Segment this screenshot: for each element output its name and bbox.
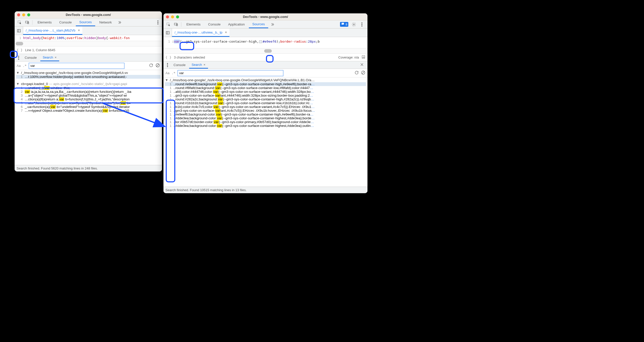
show-navigator-icon[interactable] [163, 28, 172, 37]
tab-elements[interactable]: Elements [183, 20, 204, 28]
result-row[interactable]: 7…==typeof Object.create?Object.create:f… [16, 109, 160, 112]
tab-console[interactable]: Console [56, 18, 75, 26]
match-case-toggle[interactable]: Aa [165, 71, 170, 75]
code-editor[interactable]: 1 :var(--gm3-sys-color-surface-container… [163, 37, 367, 48]
code-editor[interactable]: 1 html,body{height:100%;overflow:hidden}… [15, 35, 162, 41]
horizontal-scrollbar[interactable] [15, 41, 162, 46]
horizontal-scrollbar[interactable] [163, 48, 367, 54]
kebab-menu-icon[interactable] [155, 19, 160, 26]
file-tab[interactable]: /_/mss/boq-one-…uthview,_b,_tp × [172, 28, 229, 37]
drawer-tab-console[interactable]: Console [22, 54, 39, 61]
tab-console[interactable]: Console [205, 20, 224, 28]
minimize-window-button[interactable] [22, 13, 25, 16]
window-title: DevTools - www.google.com/ [163, 15, 367, 19]
titlebar[interactable]: DevTools - www.google.com/ [163, 13, 367, 20]
drawer-tab-console[interactable]: Console [171, 61, 188, 69]
coverage-icon[interactable] [361, 55, 365, 60]
file-tabbar: /_/mss/boq-one-…t,_stam,jMb2Vb × [15, 26, 162, 35]
result-row[interactable]: 1..round:#282a2c;background:var(--gm3-sy… [165, 97, 366, 101]
result-row[interactable]: 1..b1b);color:#c4c7c5;color:var(--gm3-sy… [165, 105, 366, 109]
line-number: 1 [163, 37, 172, 48]
drawer-menu-icon[interactable] [165, 62, 170, 69]
result-file-header[interactable]: ▼ /_/mss/boq-one-google/_/ss/k=boq-one-g… [165, 78, 366, 82]
kebab-menu-icon[interactable] [359, 21, 364, 28]
zoom-window-button[interactable] [27, 13, 30, 16]
drawer-tab-search[interactable]: Search × [189, 61, 208, 69]
refresh-search-icon[interactable] [354, 70, 359, 76]
result-file-header[interactable]: ▼ /_/mss/boq-one-google/_/ss/k=boq-one-g… [16, 71, 160, 75]
pretty-print-icon[interactable]: { } [17, 48, 22, 52]
regex-toggle[interactable]: .* [23, 64, 27, 68]
inspect-element-icon[interactable] [165, 21, 172, 28]
close-window-button[interactable] [166, 15, 169, 18]
result-row[interactable]: 1..round:#e9eef6;background:var(--gm3-sy… [165, 82, 366, 86]
file-tabbar: /_/mss/boq-one-…uthview,_b,_tp × [163, 28, 367, 37]
disclosure-triangle-icon[interactable]: ▼ [16, 71, 19, 75]
close-tab-icon[interactable]: × [78, 28, 80, 32]
tab-elements[interactable]: Elements [34, 18, 55, 26]
drawer-tab-search[interactable]: Search × [40, 54, 59, 61]
result-row[interactable]: 1..#dde3ea;background-color:var(--gm3-sy… [165, 124, 366, 128]
separator [32, 20, 32, 25]
svg-rect-1 [25, 21, 28, 23]
issues-badge[interactable]: 8 [340, 22, 348, 27]
disclosure-triangle-icon[interactable]: ▼ [165, 78, 168, 82]
tab-sources[interactable]: Sources [249, 20, 268, 28]
result-row[interactable]: 5…ator",function(a){if(a)return a;a=Symb… [16, 101, 160, 105]
search-results[interactable]: ▼ /_/mss/boq-one-google/_/ss/k=boq-one-g… [163, 77, 367, 187]
more-tabs-icon[interactable] [116, 19, 123, 26]
disclosure-triangle-icon[interactable]: ▼ [16, 82, 19, 86]
search-input[interactable] [29, 63, 124, 69]
close-tab-icon[interactable]: × [225, 30, 227, 34]
pretty-print-icon[interactable]: { } [165, 55, 171, 59]
result-row[interactable]: 4…ction(a){if(a)return a;var b=function(… [16, 97, 160, 101]
titlebar[interactable]: DevTools - www.google.com/ [15, 11, 162, 18]
close-drawer-tab-icon[interactable]: × [204, 63, 206, 67]
search-footer: Search finished. Found 5620 matching lin… [15, 165, 162, 172]
result-row[interactable]: 1..gm3-sys-color-on-surface-variant,#444… [165, 94, 366, 97]
close-drawer-icon[interactable] [360, 63, 366, 67]
result-row[interactable]: 1..gm3-sys-color-on-surface-variant,#c4c… [165, 109, 366, 112]
search-input[interactable] [178, 70, 283, 76]
result-row[interactable]: 1…unction(_){var window=this; [16, 86, 160, 90]
result-row[interactable]: 6_.ua=function(a){var b="undefined"!=typ… [16, 105, 160, 109]
tab-sources[interactable]: Sources [76, 18, 95, 26]
zoom-window-button[interactable] [176, 15, 179, 18]
minimize-window-button[interactable] [171, 15, 174, 18]
result-row[interactable]: 1..round:#1b1b1b;background:var(--gm3-sy… [165, 101, 366, 105]
result-row[interactable]: 1..#dde3ea;background-color:var(--gm3-sy… [165, 116, 366, 120]
close-window-button[interactable] [17, 13, 20, 16]
result-row[interactable]: 2var ia,ja,la,sa,ta,xa,ya,Ba;_.ca=functi… [16, 90, 160, 94]
cancel-search-icon[interactable] [155, 63, 160, 68]
file-tab-label: /_/mss/boq-one-…t,_stam,jMb2Vb [26, 28, 75, 32]
show-navigator-icon[interactable] [15, 26, 23, 35]
file-tab[interactable]: /_/mss/boq-one-…t,_stam,jMb2Vb × [23, 26, 82, 35]
svg-rect-3 [17, 29, 20, 32]
close-drawer-tab-icon[interactable]: × [55, 55, 57, 59]
result-row[interactable]: 1 …t:100%;overflow:hidden}body{-webkit-f… [16, 75, 160, 79]
refresh-search-icon[interactable] [149, 63, 153, 68]
toggle-device-icon[interactable] [173, 21, 180, 28]
color-swatch-icon[interactable] [259, 40, 262, 43]
cancel-search-icon[interactable] [361, 70, 365, 76]
result-row[interactable]: 1..afd);color:#444746;color:var(--gm3-sy… [165, 90, 366, 94]
regex-toggle[interactable]: .* [172, 71, 176, 75]
settings-icon[interactable] [350, 21, 357, 28]
tab-network[interactable]: Network [96, 18, 115, 26]
more-tabs-icon[interactable] [269, 21, 276, 28]
tab-application[interactable]: Application [225, 20, 248, 28]
inspect-element-icon[interactable] [16, 19, 23, 26]
drawer-menu-icon[interactable] [16, 54, 21, 61]
result-row[interactable]: 1..#e9eef6;background-color:var(--gm3-sy… [165, 112, 366, 116]
drawer-tabbar: Console Search × [163, 61, 367, 69]
svg-line-18 [362, 71, 365, 74]
toggle-device-icon[interactable] [24, 19, 31, 26]
match-case-toggle[interactable]: Aa [17, 64, 21, 68]
result-row[interactable]: 3…a=["object"==typeof globalThis&&global… [16, 94, 160, 97]
result-file-header[interactable]: ▼ cb=gapi.loaded_0 — apis.google.com/_/s… [16, 82, 160, 86]
separator [181, 22, 181, 27]
result-row[interactable]: 1..lor:#0b57d0;border-color:var(--gm3-sy… [165, 120, 366, 124]
coverage-label: Coverage: n/a [338, 55, 359, 59]
search-results[interactable]: ▼ /_/mss/boq-one-google/_/ss/k=boq-one-g… [15, 70, 162, 165]
result-row[interactable]: 1..round:#f8fafd;background:var(--gm3-sy… [165, 86, 366, 90]
